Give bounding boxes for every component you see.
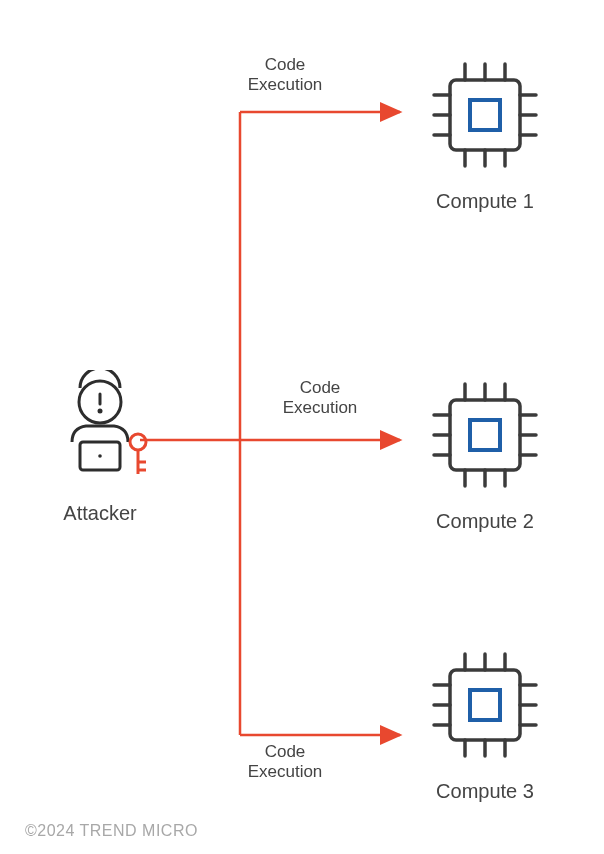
attacker-node: Attacker <box>40 370 160 525</box>
svg-point-6 <box>130 434 146 450</box>
attacker-icon <box>50 370 150 490</box>
edge-label-1: CodeExecution <box>240 55 330 94</box>
compute-2-label: Compute 2 <box>410 510 560 533</box>
compute-node-2: Compute 2 <box>410 370 560 533</box>
compute-node-1: Compute 1 <box>410 50 560 213</box>
svg-rect-38 <box>450 670 520 740</box>
svg-point-5 <box>98 454 102 458</box>
svg-rect-10 <box>450 80 520 150</box>
cpu-icon <box>420 640 550 770</box>
cpu-icon <box>420 50 550 180</box>
edge-label-3: CodeExecution <box>240 742 330 781</box>
key-icon <box>130 434 146 474</box>
compute-3-label: Compute 3 <box>410 780 560 803</box>
compute-node-3: Compute 3 <box>410 640 560 803</box>
compute-1-label: Compute 1 <box>410 190 560 213</box>
svg-point-3 <box>98 409 103 414</box>
svg-rect-24 <box>450 400 520 470</box>
diagram-canvas: Attacker CodeExecution CodeExecution Cod… <box>0 0 604 854</box>
attacker-label: Attacker <box>40 502 160 525</box>
edge-label-2: CodeExecution <box>275 378 365 417</box>
cpu-icon <box>420 370 550 500</box>
copyright-text: ©2024 TREND MICRO <box>25 822 198 840</box>
